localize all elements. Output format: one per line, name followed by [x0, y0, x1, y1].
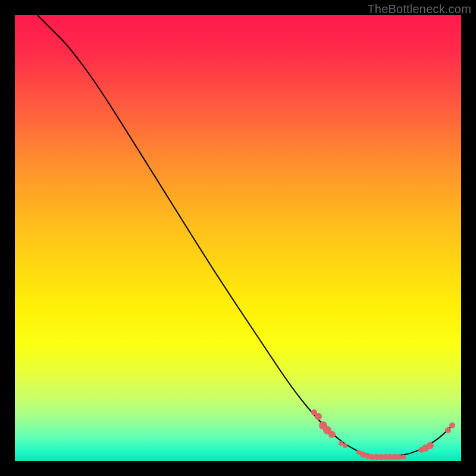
highlight-markers — [15, 15, 461, 461]
highlight-marker — [343, 443, 347, 448]
highlight-marker — [427, 442, 434, 449]
watermark-text: TheBottleneck.com — [367, 2, 471, 16]
highlight-marker — [449, 422, 455, 428]
highlight-marker — [328, 431, 336, 438]
highlight-marker — [401, 455, 406, 459]
chart-plot-area — [15, 15, 461, 461]
highlight-marker — [315, 413, 322, 420]
